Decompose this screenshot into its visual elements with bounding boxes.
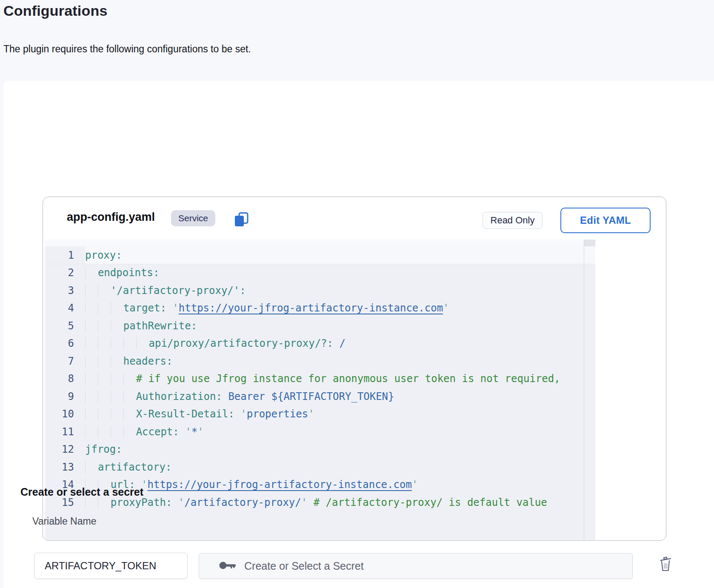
configurations-page: Configurations The plugin requires the f… <box>0 0 714 588</box>
key-icon <box>219 560 237 572</box>
code-line: 13 artifactory: <box>45 458 595 476</box>
variable-name-input[interactable] <box>34 553 188 579</box>
code-line: 3 '/artifactory-proxy/': <box>45 282 595 300</box>
service-badge: Service <box>171 210 215 226</box>
line-number: 11 <box>45 426 74 438</box>
editor-scrollbar-corner <box>584 240 595 246</box>
page-subtitle: The plugin requires the following config… <box>3 43 251 55</box>
trash-icon <box>658 567 673 574</box>
copy-button[interactable] <box>233 211 250 228</box>
line-number: 4 <box>45 302 74 314</box>
code-text: # if you use Jfrog instance for anonymou… <box>85 373 560 385</box>
secret-select[interactable]: Create or Select a Secret <box>199 553 633 579</box>
code-text: proxy: <box>85 249 122 261</box>
code-text: proxyPath: '/artifactory-proxy/' # /arti… <box>85 497 547 508</box>
code-text: '/artifactory-proxy/': <box>85 285 246 297</box>
code-line: 5 pathRewrite: <box>45 317 595 335</box>
code-text: jfrog: <box>85 443 122 455</box>
code-text: artifactory: <box>85 461 171 473</box>
line-number: 8 <box>45 373 74 385</box>
code-text: pathRewrite: <box>85 320 197 332</box>
code-text: headers: <box>85 355 172 367</box>
page-title: Configurations <box>3 3 108 19</box>
code-text: X-Result-Detail: 'properties' <box>85 408 314 420</box>
line-number: 1 <box>45 249 74 261</box>
code-text: endpoints: <box>85 267 159 279</box>
line-number: 12 <box>45 443 74 455</box>
code-line: 7 headers: <box>45 352 595 370</box>
config-file-name: app-config.yaml <box>67 211 155 224</box>
line-number: 7 <box>45 355 74 367</box>
code-text: Authorization: Bearer ${ARTIFACTORY_TOKE… <box>85 391 394 402</box>
line-number: 13 <box>45 461 74 473</box>
code-line: 11 Accept: '*' <box>45 423 595 441</box>
line-number: 6 <box>45 337 74 349</box>
secret-select-placeholder: Create or Select a Secret <box>244 560 364 572</box>
code-text: target: 'https://your-jfrog-artifactory-… <box>85 302 449 314</box>
code-line: 1proxy: <box>45 246 595 264</box>
content-panel: app-config.yaml Service Read Only Edit Y… <box>3 81 714 588</box>
code-line: 8 # if you use Jfrog instance for anonym… <box>45 370 595 388</box>
editor-top-padding <box>45 240 595 246</box>
code-line: 12jfrog: <box>45 441 595 459</box>
code-line: 2 endpoints: <box>45 264 595 282</box>
editor-scrollbar[interactable] <box>584 240 595 540</box>
copy-icon <box>233 223 249 229</box>
variable-name-label: Variable Name <box>32 516 96 527</box>
line-number: 9 <box>45 391 74 402</box>
editor-lines: 1proxy:2 endpoints:3 '/artifactory-proxy… <box>45 246 595 511</box>
code-line: 10 X-Result-Detail: 'properties' <box>45 405 595 423</box>
code-line: 4 target: 'https://your-jfrog-artifactor… <box>45 300 595 317</box>
read-only-button[interactable]: Read Only <box>483 212 543 229</box>
line-number: 10 <box>45 408 74 420</box>
delete-secret-button[interactable] <box>657 555 674 573</box>
code-line: 9 Authorization: Bearer ${ARTIFACTORY_TO… <box>45 388 595 405</box>
line-number: 5 <box>45 320 74 332</box>
edit-yaml-button[interactable]: Edit YAML <box>560 208 651 233</box>
secret-section-heading: Create or select a secret <box>20 486 143 498</box>
code-line: 6 api/proxy/artifactory-proxy/?: / <box>45 335 595 353</box>
line-number: 2 <box>45 267 74 279</box>
code-text: api/proxy/artifactory-proxy/?: / <box>85 337 346 349</box>
line-number: 3 <box>45 285 74 297</box>
code-text: Accept: '*' <box>85 426 204 438</box>
service-badge-label: Service <box>178 213 208 223</box>
